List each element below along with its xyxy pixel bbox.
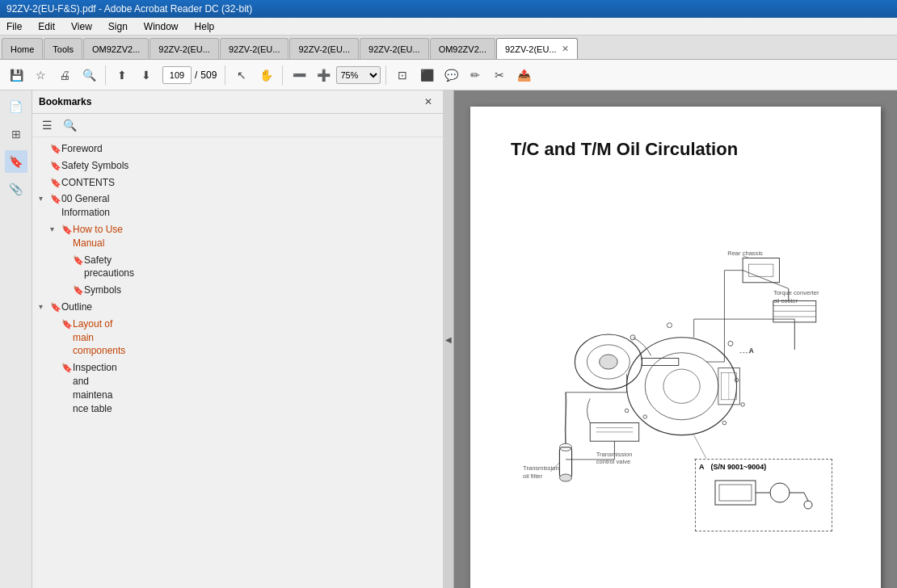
bookmark-safety-precautions[interactable]: 🔖 Safetyprecautions: [32, 252, 443, 283]
bookmark-outline[interactable]: ▾ 🔖 Outline: [32, 299, 443, 316]
tab-home[interactable]: Home: [2, 38, 43, 59]
expand-icon-outline: ▾: [39, 301, 50, 313]
bookmarks-search-button[interactable]: 🔍: [60, 116, 79, 134]
content-area: T/C and T/M Oil Circulation: [454, 90, 897, 588]
svg-point-61: [770, 483, 790, 502]
bookmark-label-inspection: Inspectionandmaintenance table: [73, 361, 443, 415]
svg-rect-8: [749, 264, 773, 276]
tab-92zv2-2[interactable]: 92ZV-2(EU...: [220, 38, 289, 59]
svg-text:control valve: control valve: [596, 458, 630, 465]
bookmark-label-contents: CONTENTS: [61, 176, 443, 190]
diagram-container: A Rear chassis Torque converter oil cool…: [511, 176, 840, 548]
tab-tools[interactable]: Tools: [44, 38, 82, 59]
bookmark-icon-general-info: 🔖: [50, 193, 61, 205]
bookmarks-toolbar: ☰ 🔍: [32, 114, 443, 137]
svg-rect-7: [743, 258, 779, 283]
main-diagram: A Rear chassis Torque converter oil cool…: [511, 176, 840, 548]
page-input[interactable]: 109: [162, 66, 192, 84]
svg-text:Rear chassis: Rear chassis: [727, 250, 763, 257]
divider-1: [105, 65, 106, 85]
menu-window[interactable]: Window: [141, 19, 182, 34]
tab-92zv2-3[interactable]: 92ZV-2(EU...: [289, 38, 359, 59]
svg-point-21: [559, 474, 571, 481]
bookmarks-header: Bookmarks ✕: [32, 90, 443, 114]
tab-92zv2-4[interactable]: 92ZV-2(EU...: [360, 38, 429, 59]
fit-page-button[interactable]: ⊡: [391, 64, 414, 86]
bookmarks-menu-button[interactable]: ☰: [37, 116, 57, 134]
bookmarks-close-button[interactable]: ✕: [420, 94, 436, 110]
redact-button[interactable]: ✂: [488, 64, 511, 86]
sidebar-icon-bookmarks[interactable]: 🔖: [5, 150, 27, 173]
comment-button[interactable]: 💬: [440, 64, 462, 86]
svg-text:oil cooler: oil cooler: [773, 297, 798, 304]
svg-rect-59: [715, 481, 756, 505]
menu-help[interactable]: Help: [192, 19, 218, 34]
tab-om92zv2-1[interactable]: OM92ZV2...: [83, 38, 149, 59]
bookmark-contents[interactable]: 🔖 CONTENTS: [32, 174, 443, 191]
zoom-select[interactable]: 75% 50% 100% 125% 150%: [336, 66, 381, 84]
tab-close-icon[interactable]: ✕: [562, 44, 569, 54]
menu-view[interactable]: View: [68, 19, 95, 34]
menu-edit[interactable]: Edit: [35, 19, 58, 34]
divider-3: [282, 65, 283, 85]
main-area: 📄 ⊞ 🔖 📎 Bookmarks ✕ ☰ 🔍 🔖 Foreword 🔖: [0, 90, 897, 588]
save-button[interactable]: 💾: [5, 64, 27, 86]
page-separator: /: [195, 69, 197, 81]
svg-point-0: [627, 338, 737, 435]
cursor-tool-button[interactable]: ↖: [230, 64, 253, 86]
svg-point-34: [667, 323, 672, 328]
fit-width-button[interactable]: ⬛: [415, 64, 438, 86]
zoom-out-toolbar-button[interactable]: 🔍: [78, 64, 100, 86]
sidebar-collapse-button[interactable]: ◀: [443, 90, 454, 588]
annotate-button[interactable]: ✏: [464, 64, 486, 86]
next-page-button[interactable]: ⬇: [135, 64, 158, 86]
bookmark-icon-contents: 🔖: [50, 177, 61, 189]
bookmark-safety-symbols[interactable]: 🔖 Safety Symbols: [32, 158, 443, 174]
bookmark-label-outline: Outline: [61, 300, 443, 314]
bookmark-label-symbols: Symbols: [84, 284, 443, 297]
share-button[interactable]: 📤: [512, 64, 535, 86]
svg-line-18: [743, 271, 789, 289]
inset-box: A (S/N 9001~9004): [695, 459, 832, 531]
bookmark-how-to-use[interactable]: ▾ 🔖 How to UseManual: [32, 221, 443, 252]
hand-tool-button[interactable]: ✋: [255, 64, 277, 86]
zoom-in-button[interactable]: ➕: [312, 64, 335, 86]
svg-point-35: [728, 341, 733, 346]
bookmark-layout-main[interactable]: 🔖 Layout ofmaincomponents: [32, 316, 443, 359]
divider-4: [385, 65, 386, 85]
bookmark-label-safety-symbols: Safety Symbols: [61, 159, 443, 173]
bookmark-inspection[interactable]: 🔖 Inspectionandmaintenance table: [32, 359, 443, 417]
svg-point-37: [741, 403, 745, 407]
title-bar: 92ZV-2(EU-F&S).pdf - Adobe Acrobat Reade…: [0, 0, 897, 18]
bookmark-general-info[interactable]: ▾ 🔖 00 GeneralInformation: [32, 191, 443, 221]
menu-file[interactable]: File: [3, 19, 25, 34]
tab-92zv2-active[interactable]: 92ZV-2(EU...✕: [496, 38, 578, 59]
svg-rect-60: [719, 485, 752, 501]
bookmark-label-layout-main: Layout ofmaincomponents: [73, 317, 443, 358]
bookmark-foreword[interactable]: 🔖 Foreword: [32, 141, 443, 158]
sidebar-icon-attachments[interactable]: 📎: [5, 178, 27, 200]
bookmark-label-safety-precautions: Safetyprecautions: [84, 254, 443, 281]
sidebar-icon-layers[interactable]: ⊞: [5, 123, 27, 145]
tab-92zv2-1[interactable]: 92ZV-2(EU...: [150, 38, 219, 59]
menu-sign[interactable]: Sign: [105, 19, 131, 34]
bookmark-icon-foreword: 🔖: [50, 143, 61, 155]
sidebar-icon-page[interactable]: 📄: [5, 95, 27, 118]
zoom-out-button[interactable]: ➖: [288, 64, 310, 86]
inset-serial: (S/N 9001~9004): [711, 463, 767, 471]
page-total: 509: [200, 69, 217, 81]
tab-bar: Home Tools OM92ZV2... 92ZV-2(EU... 92ZV-…: [0, 36, 897, 60]
bookmark-icon-inspection: 🔖: [61, 362, 73, 374]
prev-page-button[interactable]: ⬆: [111, 64, 133, 86]
bookmark-icon-safety-precautions: 🔖: [73, 254, 84, 267]
svg-point-64: [804, 501, 812, 509]
tab-om92zv2-2[interactable]: OM92ZV2...: [430, 38, 495, 59]
bookmark-add-button[interactable]: ☆: [29, 64, 52, 86]
bookmark-icon-safety-symbols: 🔖: [50, 160, 61, 172]
print-button[interactable]: 🖨: [53, 64, 76, 86]
title-text: 92ZV-2(EU-F&S).pdf - Adobe Acrobat Reade…: [6, 3, 252, 15]
bookmark-label-general-info: 00 GeneralInformation: [61, 192, 443, 220]
bookmarks-title: Bookmarks: [39, 96, 91, 107]
bookmark-symbols[interactable]: 🔖 Symbols: [32, 282, 443, 299]
inset-label-a: A: [699, 463, 705, 471]
